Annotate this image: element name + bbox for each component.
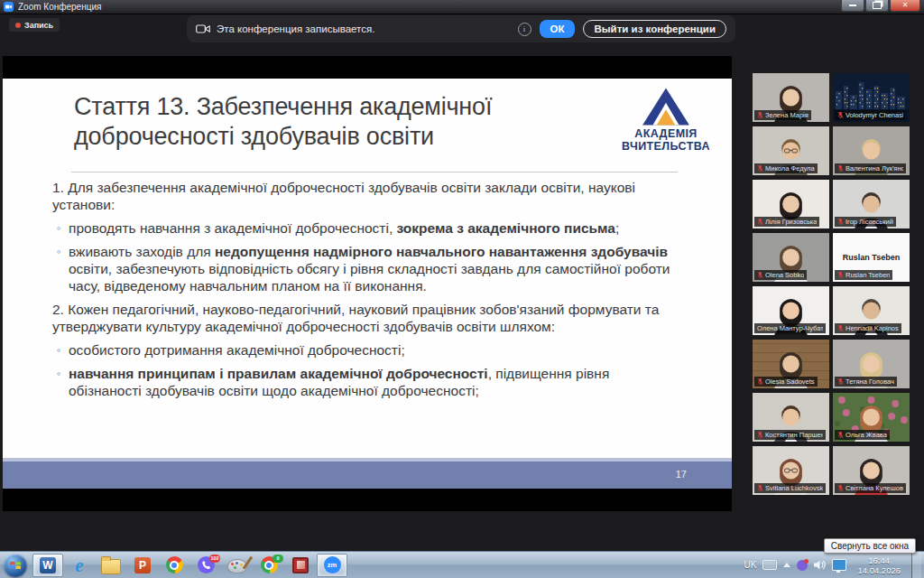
recording-banner-text: Эта конференция записывается. bbox=[217, 23, 374, 34]
participant-name-tag: Тетяна Головач bbox=[835, 377, 897, 387]
slide-bullet: ◦проводять навчання з академічної доброч… bbox=[52, 219, 684, 237]
participant-tile[interactable]: Олена Мантур-Чубата bbox=[753, 286, 829, 335]
show-desktop-button[interactable] bbox=[911, 552, 921, 578]
file-explorer-icon[interactable] bbox=[96, 554, 126, 577]
muted-mic-icon bbox=[757, 218, 763, 226]
muted-mic-icon bbox=[837, 431, 844, 439]
participant-tile[interactable]: Svitlana Luchkovska bbox=[753, 446, 829, 495]
recording-banner: Эта конференция записывается. i ОК Выйти… bbox=[187, 15, 735, 42]
participant-name-tag: Микола Федула bbox=[754, 163, 818, 173]
participant-tile[interactable]: Volodymyr Chenash bbox=[833, 73, 910, 122]
presentation-slide: Стаття 13. Забезпечення академічної добр… bbox=[3, 79, 732, 489]
participant-name: Костянтин Паршенко bbox=[765, 431, 823, 439]
participant-name-tag: Зелена Марія bbox=[754, 110, 811, 120]
participant-tile[interactable]: Валентина Лук'янова bbox=[833, 126, 910, 175]
start-button[interactable] bbox=[4, 554, 27, 577]
powerpoint-icon[interactable]: P bbox=[127, 554, 158, 577]
participant-name-tag: Olesia Sadovets bbox=[754, 377, 818, 387]
record-dot-icon bbox=[15, 23, 21, 28]
ok-button[interactable]: ОК bbox=[540, 20, 576, 38]
tray-time: 16:44 bbox=[857, 555, 901, 565]
participant-tile[interactable]: Микола Федула bbox=[753, 126, 829, 175]
restore-button[interactable] bbox=[865, 0, 889, 12]
muted-mic-icon bbox=[837, 484, 844, 492]
slide-footer-bar: 17 bbox=[3, 461, 732, 489]
show-desktop-tooltip: Свернуть все окна bbox=[824, 538, 916, 554]
viber-icon[interactable]: 102 bbox=[190, 554, 221, 577]
participant-tile[interactable]: Ольга Жвава bbox=[833, 393, 910, 442]
participant-name: Олена Мантур-Чубата bbox=[757, 324, 823, 332]
shared-screen-area: Стаття 13. Забезпечення академічної добр… bbox=[3, 56, 732, 511]
muted-mic-icon bbox=[837, 378, 844, 386]
participant-tile[interactable]: Olesia Sadovets bbox=[753, 340, 829, 388]
zoom-logo-icon bbox=[4, 2, 14, 12]
zoom-app-icon[interactable]: zm bbox=[317, 554, 347, 577]
participant-name: Olesia Sadovets bbox=[765, 378, 815, 386]
participants-panel: Зелена Марія Volodymyr Chenash Микола Фе… bbox=[753, 73, 910, 495]
participant-tile[interactable]: Костянтин Паршенко bbox=[753, 393, 829, 442]
participant-name: Світлана Кулешова bbox=[845, 484, 903, 492]
volume-icon[interactable] bbox=[814, 560, 826, 570]
participant-tile[interactable]: Світлана Кулешова bbox=[833, 446, 910, 495]
participant-name-tag: Ольга Жвава bbox=[835, 430, 890, 440]
muted-mic-icon bbox=[837, 218, 844, 226]
chrome-profile-icon[interactable]: 0 bbox=[254, 554, 284, 577]
participant-name: Olena Sobko bbox=[765, 271, 804, 279]
participant-tile[interactable]: Тетяна Головач bbox=[833, 340, 910, 388]
record-label: Запись bbox=[24, 21, 53, 30]
word-icon[interactable]: W bbox=[32, 554, 63, 577]
participant-name: Тетяна Головач bbox=[845, 378, 894, 386]
participant-tile[interactable]: Зелена Марія bbox=[753, 73, 829, 122]
slide-bullet: ◦особистого дотримання академічної добро… bbox=[52, 341, 684, 359]
meeting-topbar: Запись Эта конференция записывается. i О… bbox=[0, 14, 924, 56]
recording-indicator: Запись bbox=[9, 18, 60, 32]
taskbar-clock[interactable]: 16:44 14.04.2026 bbox=[853, 555, 905, 575]
recording-camera-icon bbox=[196, 23, 210, 34]
participant-name: Ruslan Tseben bbox=[845, 271, 890, 279]
slide-paragraph: 2. Кожен педагогічний, науково-педагогіч… bbox=[52, 301, 684, 335]
participant-name: Лілія Гризовська bbox=[765, 218, 817, 226]
system-tray: UK 16:44 14.04.2026 bbox=[744, 552, 924, 578]
tray-date: 14.04.2026 bbox=[857, 565, 901, 575]
logo-line2: ВЧИТЕЛЬСТВА bbox=[613, 140, 719, 153]
red-media-app-icon[interactable] bbox=[285, 554, 316, 577]
participant-name-tag: Volodymyr Chenash bbox=[835, 110, 906, 120]
participant-name: Svitlana Luchkovska bbox=[765, 484, 823, 492]
participant-name-tag: Ruslan Tseben bbox=[835, 270, 892, 280]
title-divider bbox=[71, 172, 678, 172]
keyboard-layout-icon[interactable] bbox=[762, 560, 777, 570]
notification-badge: 0 bbox=[273, 555, 283, 563]
participant-name: Hennadii Kapinos bbox=[845, 324, 899, 332]
participant-name: Зелена Марія bbox=[765, 111, 808, 119]
participant-tile[interactable]: Olena Sobko bbox=[753, 233, 829, 282]
participant-tile[interactable]: Hennadii Kapinos bbox=[833, 286, 910, 335]
muted-mic-icon bbox=[757, 431, 763, 439]
slide-body: 1. Для забезпечення академічної доброчес… bbox=[52, 179, 684, 406]
muted-mic-icon bbox=[757, 484, 763, 492]
participant-name-tag: Валентина Лук'янова bbox=[835, 163, 906, 173]
muted-mic-icon bbox=[837, 164, 844, 172]
close-button[interactable]: ✕ bbox=[890, 0, 920, 12]
minimize-button[interactable] bbox=[841, 0, 864, 12]
participant-name: Ольга Жвава bbox=[845, 431, 887, 439]
muted-mic-icon bbox=[837, 271, 844, 279]
participant-tile[interactable]: Ruslan Tseben Ruslan Tseben bbox=[833, 233, 910, 282]
info-icon[interactable]: i bbox=[518, 23, 531, 36]
taskbar: WeP1020zm UK 16:44 14.04.2026 bbox=[0, 551, 924, 578]
participant-tile[interactable]: Ігор Лісовський bbox=[833, 180, 910, 228]
chrome-icon[interactable] bbox=[159, 554, 189, 577]
hidden-icons-chevron[interactable] bbox=[783, 563, 790, 567]
window-title: Zoom Конференция bbox=[18, 3, 101, 12]
internet-explorer-icon[interactable]: e bbox=[64, 554, 95, 577]
slide-page-number: 17 bbox=[676, 469, 687, 480]
network-icon[interactable] bbox=[832, 559, 846, 571]
leave-meeting-button[interactable]: Выйти из конференции bbox=[583, 20, 726, 38]
participant-name-tag: Olena Sobko bbox=[754, 270, 807, 280]
viber-tray-icon[interactable] bbox=[797, 560, 808, 571]
participant-name-tag: Костянтин Паршенко bbox=[754, 430, 826, 440]
participant-tile[interactable]: Лілія Гризовська bbox=[753, 180, 829, 228]
language-indicator[interactable]: UK bbox=[744, 560, 757, 570]
window-titlebar: Zoom Конференция ✕ bbox=[0, 0, 924, 14]
paint-icon[interactable] bbox=[222, 554, 253, 577]
participant-name: Volodymyr Chenash bbox=[845, 111, 903, 119]
